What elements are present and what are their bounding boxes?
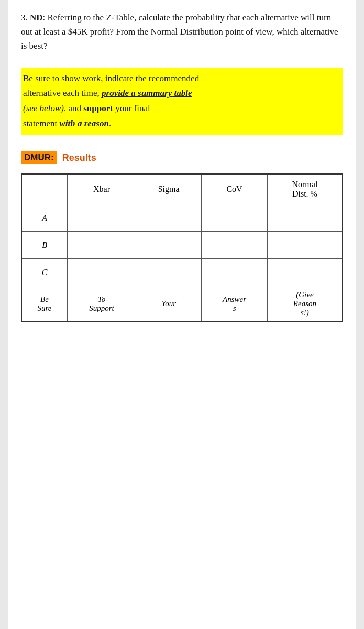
results-label: Results: [62, 153, 96, 164]
highlight-support: support: [83, 103, 113, 113]
row-label-b: B: [21, 232, 68, 259]
row-c-normal: [267, 259, 343, 286]
dmur-label: DMUR:: [21, 151, 57, 164]
highlight-work: work: [82, 73, 101, 83]
row-b-normal: [267, 232, 343, 259]
row-a-sigma: [136, 204, 202, 232]
highlight-line1-post: , indicate the recommended: [101, 73, 199, 83]
row-a-normal: [267, 204, 343, 232]
row-label-a: A: [21, 204, 68, 232]
col-header-sigma: Sigma: [136, 174, 202, 204]
row-label-c: C: [21, 259, 68, 286]
question-number: 3.: [21, 13, 28, 23]
highlight-line3-mid: , and: [64, 103, 83, 113]
footer-col5: (GiveReasons!): [267, 286, 343, 322]
highlight-see-below: (see below): [23, 103, 64, 113]
col-header-xbar: Xbar: [68, 174, 136, 204]
highlight-line4-post: .: [109, 118, 111, 128]
col-header-normal: NormalDist. %: [267, 174, 343, 204]
highlight-section: Be sure to show work, indicate the recom…: [21, 68, 343, 135]
highlight-with-reason: with a reason: [59, 118, 108, 128]
question-label: ND: [30, 13, 43, 23]
question-body: : Referring to the Z-Table, calculate th…: [21, 13, 338, 51]
table-footer-row: BeSure ToSupport Your Answers (GiveReaso…: [21, 286, 343, 322]
footer-col3: Your: [136, 286, 202, 322]
row-b-cov: [202, 232, 268, 259]
footer-col1: BeSure: [21, 286, 68, 322]
footer-col2: ToSupport: [68, 286, 136, 322]
row-a-xbar: [68, 204, 136, 232]
table-header-row: Xbar Sigma CoV NormalDist. %: [21, 174, 343, 204]
highlight-line4-pre: statement: [23, 118, 59, 128]
page-container: 3. ND: Referring to the Z-Table, calcula…: [8, 0, 356, 629]
col-header-empty: [21, 174, 68, 204]
highlight-line2-pre: alternative each time,: [23, 88, 102, 98]
summary-table: Xbar Sigma CoV NormalDist. % A B: [21, 173, 343, 322]
row-c-sigma: [136, 259, 202, 286]
footer-col4: Answers: [202, 286, 268, 322]
table-row-c: C: [21, 259, 343, 286]
question-text: 3. ND: Referring to the Z-Table, calcula…: [21, 10, 343, 53]
row-b-sigma: [136, 232, 202, 259]
row-a-cov: [202, 204, 268, 232]
row-b-xbar: [68, 232, 136, 259]
highlight-line1-pre: Be sure to show: [23, 73, 82, 83]
table-row-a: A: [21, 204, 343, 232]
highlight-summary-table: provide a summary table: [102, 88, 192, 98]
col-header-cov: CoV: [202, 174, 268, 204]
row-c-xbar: [68, 259, 136, 286]
table-row-b: B: [21, 232, 343, 259]
highlight-line3-post: your final: [113, 103, 150, 113]
row-c-cov: [202, 259, 268, 286]
dmur-section: DMUR: Results: [21, 151, 343, 164]
